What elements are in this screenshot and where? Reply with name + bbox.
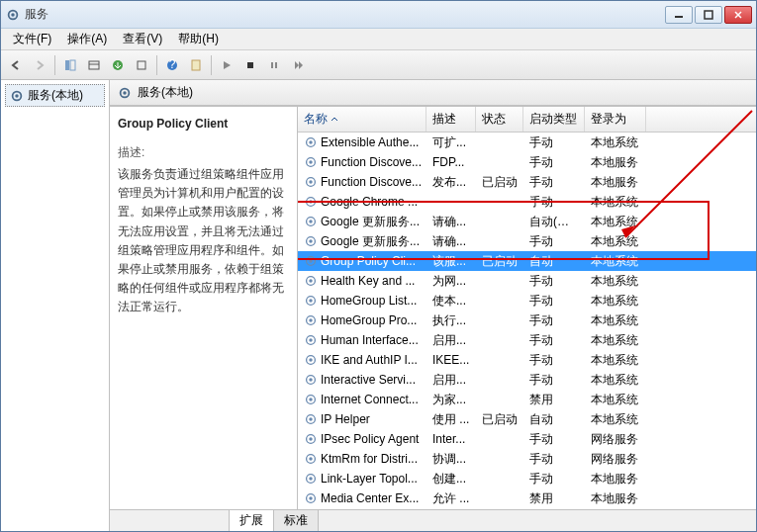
content-header-title: 服务(本地) [138, 84, 193, 101]
service-startup: 手动 [523, 330, 585, 351]
services-list[interactable]: 名称 描述 状态 启动类型 登录为 Extensible Authe...可扩.… [298, 107, 756, 509]
content-header: 服务(本地) [110, 80, 756, 106]
service-desc: 发布... [426, 172, 476, 193]
service-row[interactable]: Link-Layer Topol...创建...手动本地服务 [298, 469, 756, 488]
back-button[interactable] [5, 54, 27, 76]
service-row[interactable]: Google Chrome ...手动本地系统 [298, 192, 756, 212]
service-status: 已启动 [476, 251, 523, 272]
service-logon: 网络服务 [585, 449, 646, 470]
tree-root-services[interactable]: 服务(本地) [5, 84, 105, 107]
svg-point-53 [309, 437, 313, 441]
show-hide-tree-button[interactable] [59, 54, 81, 76]
service-row[interactable]: Interactive Servi...启用...手动本地系统 [298, 370, 756, 390]
description-label: 描述: [118, 144, 289, 161]
svg-point-27 [309, 180, 313, 184]
service-startup: 手动 [523, 133, 585, 153]
start-service-button[interactable] [216, 54, 237, 76]
service-row[interactable]: Internet Connect...为家...禁用本地系统 [298, 390, 756, 409]
service-logon: 本地系统 [585, 291, 646, 311]
forward-button[interactable] [29, 54, 50, 76]
col-logon[interactable]: 登录为 [585, 107, 646, 132]
service-status [476, 140, 523, 144]
svg-rect-14 [192, 60, 200, 70]
service-status [476, 398, 523, 401]
service-row[interactable]: HomeGroup List...使本...手动本地系统 [298, 291, 756, 310]
svg-point-1 [11, 13, 15, 17]
help-button[interactable]: ? [161, 54, 183, 76]
menu-view[interactable]: 查看(V) [115, 31, 170, 47]
service-status [476, 378, 523, 382]
svg-point-19 [15, 94, 19, 98]
details-pane: Group Policy Client 描述: 该服务负责通过组策略组件应用管理… [110, 107, 298, 509]
menu-file[interactable]: 文件(F) [5, 31, 59, 47]
service-row[interactable]: IKE and AuthIP I...IKEE...手动本地系统 [298, 350, 756, 370]
tab-standard[interactable]: 标准 [273, 509, 319, 531]
service-row[interactable]: Function Discove...FDP...手动本地服务 [298, 152, 756, 172]
service-logon: 本地系统 [585, 409, 646, 430]
service-logon: 本地系统 [585, 231, 646, 252]
service-name: Health Key and ... [321, 274, 415, 288]
stop-service-button[interactable] [239, 54, 261, 76]
service-logon: 本地系统 [585, 271, 646, 292]
pause-service-button[interactable] [263, 54, 285, 76]
col-status[interactable]: 状态 [476, 107, 523, 132]
service-desc: IKEE... [426, 351, 476, 369]
service-status [476, 437, 523, 441]
close-button[interactable] [724, 6, 752, 24]
service-row[interactable]: Google 更新服务...请确...自动(延迟...本地系统 [298, 212, 756, 231]
svg-rect-11 [138, 61, 145, 69]
service-logon: 本地系统 [585, 330, 646, 351]
service-row[interactable]: Google 更新服务...请确...手动本地系统 [298, 231, 756, 251]
service-startup: 自动 [523, 251, 585, 272]
service-desc: Inter... [426, 430, 476, 448]
service-row[interactable]: IP Helper使用 ...已启动自动本地系统 [298, 409, 756, 429]
service-row[interactable]: Health Key and ...为网...手动本地系统 [298, 271, 756, 291]
service-name: Extensible Authe... [321, 135, 419, 149]
svg-point-21 [123, 91, 127, 95]
service-row[interactable]: Media Center Ex...允许 ...禁用本地服务 [298, 488, 756, 508]
svg-point-37 [309, 279, 313, 283]
refresh-button[interactable] [131, 54, 152, 76]
service-logon: 本地系统 [585, 310, 646, 331]
properties-button[interactable] [83, 54, 105, 76]
col-name[interactable]: 名称 [298, 107, 426, 132]
tab-extended[interactable]: 扩展 [229, 509, 274, 531]
service-name: Group Policy Cli... [321, 254, 416, 268]
minimize-button[interactable] [665, 6, 693, 24]
tree-pane: 服务(本地) [1, 80, 110, 531]
col-startup[interactable]: 启动类型 [523, 107, 585, 132]
svg-point-31 [309, 220, 313, 223]
list-header: 名称 描述 状态 启动类型 登录为 [298, 107, 756, 133]
services-icon [10, 89, 24, 103]
service-name: Google Chrome ... [321, 195, 418, 209]
svg-point-55 [309, 457, 313, 461]
selected-service-title: Group Policy Client [118, 117, 289, 131]
service-row[interactable]: Group Policy Cli...该服...已启动自动本地系统 [298, 251, 756, 271]
svg-point-57 [309, 477, 313, 481]
service-row[interactable]: KtmRm for Distri...协调...手动网络服务 [298, 449, 756, 469]
service-startup: 手动 [523, 291, 585, 311]
service-row[interactable]: Function Discove...发布...已启动手动本地服务 [298, 172, 756, 192]
svg-point-39 [309, 299, 313, 303]
svg-rect-7 [70, 60, 75, 70]
menu-help[interactable]: 帮助(H) [170, 31, 227, 47]
toolbar: ? [1, 50, 756, 80]
tree-root-label: 服务(本地) [28, 87, 83, 104]
service-status [476, 279, 523, 283]
service-row[interactable]: HomeGroup Pro...执行...手动本地系统 [298, 310, 756, 330]
export-button[interactable] [107, 54, 129, 76]
restart-service-button[interactable] [287, 54, 309, 76]
maximize-button[interactable] [695, 6, 722, 24]
menu-action[interactable]: 操作(A) [59, 31, 115, 47]
view-tabs: 扩展 标准 [110, 509, 756, 531]
services-icon [118, 86, 132, 100]
service-desc: 协调... [426, 449, 476, 470]
properties-icon[interactable] [185, 54, 207, 76]
svg-point-51 [309, 417, 313, 421]
service-status [476, 200, 523, 204]
col-desc[interactable]: 描述 [426, 107, 476, 132]
service-desc: 创建... [426, 469, 476, 489]
service-row[interactable]: IPsec Policy AgentInter...手动网络服务 [298, 429, 756, 449]
service-row[interactable]: Human Interface...启用...手动本地系统 [298, 330, 756, 350]
service-row[interactable]: Extensible Authe...可扩...手动本地系统 [298, 133, 756, 152]
